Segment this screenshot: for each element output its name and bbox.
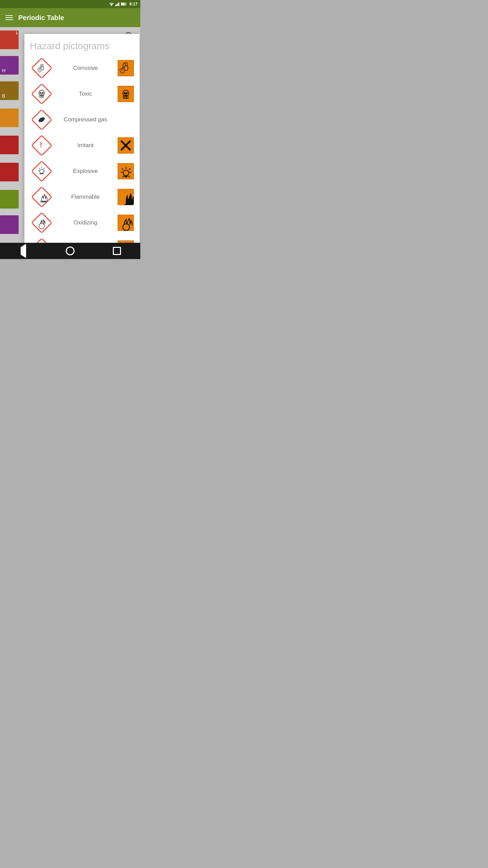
corrosive-label: Corrosive [54, 64, 117, 72]
pictogram-row-irritant: ! Irritant [30, 136, 134, 155]
oxidizing-orange-icon [118, 215, 134, 231]
environment-orange-icon [118, 240, 134, 243]
svg-rect-43 [32, 161, 52, 181]
oxidizing-label: Oxidizing [54, 219, 117, 226]
compressed-gas-diamond-icon [32, 110, 52, 130]
bg-element-1: 1 [0, 31, 19, 49]
flammable-label: Flammable [54, 193, 117, 201]
svg-rect-64 [32, 187, 52, 207]
environment-label: Dangerous for the environment [54, 242, 117, 243]
modal-title: Hazard pictograms [30, 41, 134, 52]
bottom-nav [0, 243, 140, 259]
picto-left-explosive [30, 161, 54, 181]
app-bar: Periodic Table [0, 8, 140, 27]
pictogram-row-oxidizing: Oxidizing [30, 213, 134, 233]
signal-icon [115, 2, 120, 6]
bg-element-3: B [0, 81, 19, 100]
status-time: 8:17 [129, 2, 138, 6]
pictogram-row-corrosive: Corrosive [30, 58, 134, 78]
svg-point-34 [126, 92, 128, 94]
svg-rect-74 [32, 239, 52, 243]
recent-button[interactable] [110, 244, 124, 258]
explosive-diamond-icon [32, 161, 52, 181]
picto-left-oxidizing [30, 213, 54, 233]
svg-rect-4 [119, 2, 120, 6]
irritant-orange-icon [118, 137, 134, 154]
picto-right-oxidizing [117, 214, 134, 231]
svg-rect-3 [118, 3, 119, 6]
svg-rect-15 [118, 60, 134, 76]
svg-rect-68 [125, 204, 133, 205]
svg-point-25 [40, 92, 42, 94]
picto-left-corrosive [30, 58, 54, 78]
svg-rect-2 [117, 4, 118, 6]
bg-element-5 [0, 136, 19, 154]
explosive-orange-icon [118, 163, 134, 179]
svg-text:⚡: ⚡ [122, 3, 124, 6]
irritant-label: Irritant [54, 142, 117, 149]
toxic-diamond-icon [32, 84, 52, 104]
picto-right-corrosive [117, 60, 134, 77]
battery-icon: ⚡ [121, 2, 127, 6]
picto-right-irritant [117, 137, 134, 154]
svg-point-26 [42, 92, 44, 94]
environment-diamond-icon [32, 239, 52, 243]
picto-left-irritant: ! [30, 136, 54, 155]
wifi-icon [109, 2, 114, 6]
hazard-pictograms-modal: Hazard pictograms [24, 34, 140, 243]
picto-left-toxic [30, 84, 54, 104]
flammable-diamond-icon [32, 187, 52, 207]
explosive-label: Explosive [54, 167, 117, 175]
picto-right-flammable [117, 189, 134, 205]
menu-button[interactable] [5, 15, 13, 20]
pictogram-row-compressed-gas: Compressed gas [30, 110, 134, 130]
background-content: 1 H B Hazard pictograms [0, 27, 140, 243]
back-button[interactable] [17, 244, 30, 258]
oxidizing-diamond-icon [32, 213, 52, 233]
svg-rect-52 [41, 173, 43, 174]
pictogram-row-toxic: Toxic [30, 84, 134, 104]
app-title: Periodic Table [18, 14, 64, 22]
bg-element-7 [0, 190, 19, 209]
irritant-diamond-icon: ! [32, 136, 52, 155]
bg-element-4 [0, 108, 19, 127]
home-button[interactable] [63, 244, 77, 258]
status-bar: ⚡ 8:17 [0, 0, 140, 8]
picto-left-compressed-gas [30, 110, 54, 130]
picto-right-environment [117, 240, 134, 243]
svg-rect-71 [118, 215, 134, 231]
bg-element-6 [0, 163, 19, 181]
svg-point-0 [111, 5, 112, 6]
bg-element-h: H [0, 56, 19, 75]
compressed-gas-label: Compressed gas [54, 116, 117, 123]
picto-right-toxic [117, 85, 134, 102]
status-icons: ⚡ 8:17 [109, 2, 138, 6]
toxic-label: Toxic [54, 90, 117, 98]
corrosive-diamond-icon [32, 58, 52, 78]
pictogram-row-environment: Dangerous for the environment [30, 239, 134, 243]
pictogram-row-flammable: Flammable [30, 187, 134, 207]
svg-rect-27 [118, 86, 134, 102]
svg-rect-6 [126, 3, 126, 5]
picto-left-environment [30, 239, 54, 243]
flammable-orange-icon [118, 189, 134, 205]
svg-point-33 [124, 92, 126, 94]
picto-right-compressed-gas-empty [117, 111, 134, 128]
bg-element-8 [0, 215, 19, 234]
svg-text:!: ! [40, 140, 42, 149]
picto-right-explosive [117, 163, 134, 180]
svg-rect-63 [125, 175, 127, 177]
svg-rect-11 [32, 58, 52, 78]
corrosive-orange-icon [118, 60, 134, 76]
toxic-orange-icon [118, 86, 134, 102]
picto-left-flammable [30, 187, 54, 207]
svg-rect-1 [115, 5, 116, 6]
pictogram-row-explosive: Explosive [30, 161, 134, 181]
